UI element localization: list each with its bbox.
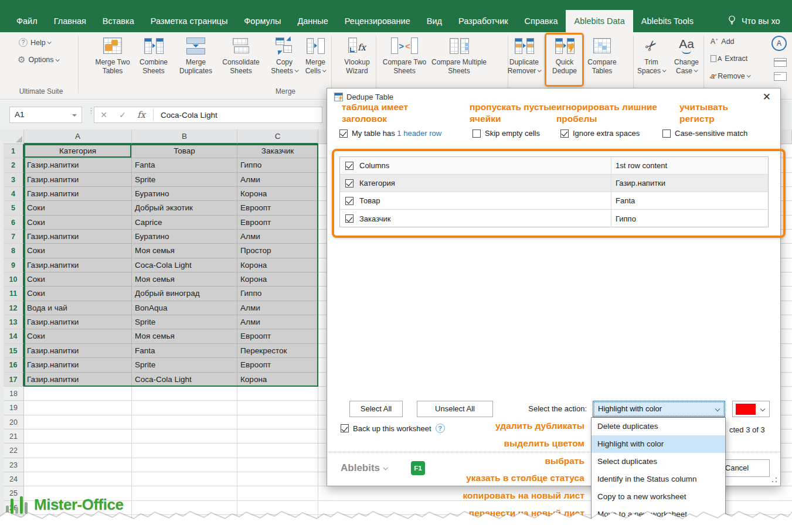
cell-col-b[interactable]	[132, 515, 237, 529]
cell-col-a[interactable]	[24, 472, 132, 486]
cancel-entry-icon[interactable]: ✕	[94, 110, 113, 120]
row-header[interactable]: 9	[4, 258, 24, 272]
cell-col-b[interactable]	[132, 458, 237, 472]
row-header[interactable]: 3	[4, 173, 24, 187]
cell-col-a[interactable]: Газир.напитки	[24, 315, 132, 329]
row-header[interactable]: 18	[4, 387, 24, 401]
cell-col-b[interactable]	[132, 401, 237, 415]
cell-col-a[interactable]: Соки	[24, 272, 132, 287]
compare-tables-button[interactable]: Compare Tables	[583, 35, 621, 75]
columns-table-row[interactable]: Категория Газир.напитки	[340, 175, 768, 192]
ribbon-tab[interactable]: Ablebits Tools	[633, 10, 702, 32]
card-list-icon[interactable]	[774, 72, 787, 81]
cell-col-a[interactable]: Соки	[24, 201, 132, 215]
cell-col-c[interactable]	[237, 415, 318, 429]
cell-col-b[interactable]: Добрый экзотик	[132, 201, 237, 215]
cell-col-b[interactable]: Fanta	[132, 344, 237, 358]
ribbon-tab[interactable]: Разметка страницы	[142, 10, 236, 32]
select-all-button[interactable]: Select All	[349, 401, 403, 417]
cell-col-b[interactable]: Моя семья	[132, 244, 237, 258]
cell-col-a[interactable]: Соки	[24, 329, 132, 343]
cell-col-a[interactable]	[24, 458, 132, 472]
menu-item[interactable]: Copy to a new worksheet	[592, 488, 725, 506]
columns-table-row[interactable]: Товар Fanta	[340, 192, 768, 210]
cell-col-b[interactable]	[132, 501, 237, 515]
help-circle-icon[interactable]: ?	[436, 424, 445, 433]
cell-col-b[interactable]: Caprice	[132, 216, 237, 230]
cell-col-b[interactable]	[132, 444, 237, 458]
row-header[interactable]: 15	[4, 344, 24, 358]
cell-col-c[interactable]	[237, 515, 318, 529]
confirm-entry-icon[interactable]: ✓	[113, 110, 132, 120]
cell-col-a[interactable]: Газир.напитки	[24, 358, 132, 372]
duplicate-remover-button[interactable]: Duplicate Remover	[502, 35, 546, 75]
cell-col-c[interactable]: Алми	[237, 315, 318, 329]
cell-col-a[interactable]: Газир.напитки	[24, 187, 132, 201]
ablebits-menu[interactable]: Ablebits	[341, 462, 387, 474]
help-button[interactable]: ? Help	[19, 38, 50, 47]
add-button[interactable]: A⁺ Add	[711, 37, 735, 46]
my-table-has-header-checkbox[interactable]: My table has 1 header row	[339, 129, 441, 138]
action-select[interactable]: Highlight with color	[593, 401, 725, 417]
cell-col-b[interactable]: Coca-Cola Light	[132, 258, 237, 272]
column-checkbox[interactable]	[345, 214, 353, 223]
list-options-icon[interactable]	[774, 58, 787, 67]
cell-col-c[interactable]: Евроопт	[237, 358, 318, 372]
row-header[interactable]: 6	[4, 216, 24, 230]
row-header[interactable]: 2	[4, 158, 24, 172]
cell-col-c[interactable]: Перекресток	[237, 344, 318, 358]
cell-col-b[interactable]: Буратино	[132, 230, 237, 244]
cell-col-a[interactable]: Газир.напитки	[24, 158, 132, 172]
extract-button[interactable]: A Extract	[711, 54, 747, 63]
trim-spaces-button[interactable]: ✂ Trim Spaces	[633, 35, 669, 75]
cell-col-c[interactable]	[237, 429, 318, 444]
row-header[interactable]: 14	[4, 329, 24, 343]
column-checkbox[interactable]	[345, 179, 353, 187]
row-header[interactable]: 4	[4, 187, 24, 201]
cell-col-c[interactable]	[237, 501, 318, 515]
menu-item[interactable]: Delete duplicates	[592, 418, 725, 435]
copy-sheets-button[interactable]: Copy Sheets	[268, 35, 301, 75]
row-header[interactable]: 8	[4, 244, 24, 258]
cell-col-b[interactable]: Моя семья	[132, 272, 237, 287]
cell-col-c[interactable]	[237, 401, 318, 415]
column-header[interactable]: B	[132, 129, 237, 144]
cell-col-c[interactable]: Гиппо	[237, 158, 318, 172]
select-all-corner[interactable]	[4, 129, 24, 144]
case-sensitive-checkbox[interactable]: Case-sensitive match	[662, 129, 747, 138]
cell-col-a[interactable]: Соки	[24, 287, 132, 301]
skip-empty-cells-checkbox[interactable]: Skip empty cells	[473, 129, 540, 138]
menu-item[interactable]: Highlight with color	[592, 435, 725, 453]
consolidate-sheets-button[interactable]: Consolidate Sheets	[217, 35, 264, 75]
color-picker[interactable]	[732, 401, 770, 417]
menu-item[interactable]: Identify in the Status column	[592, 470, 725, 488]
ribbon-tab[interactable]: Файл	[8, 10, 46, 32]
cell-col-a[interactable]	[24, 429, 132, 444]
column-checkbox[interactable]	[345, 197, 353, 205]
combine-sheets-button[interactable]: Combine Sheets	[135, 35, 172, 75]
ribbon-tab[interactable]: Рецензирование	[336, 10, 419, 32]
backup-worksheet-checkbox[interactable]: Back up this worksheet ?	[341, 424, 445, 433]
cell-col-b[interactable]: Fanta	[132, 158, 237, 172]
cell-col-c[interactable]	[237, 444, 318, 458]
ribbon-tab[interactable]: Формулы	[236, 10, 289, 32]
ignore-extra-spaces-checkbox[interactable]: Ignore extra spaces	[560, 129, 640, 138]
row-header[interactable]: 20	[4, 415, 24, 429]
cell-col-c[interactable]: Простор	[237, 244, 318, 258]
row-header[interactable]: 17	[4, 373, 24, 387]
cell-col-a[interactable]	[24, 515, 132, 529]
row-header[interactable]: 10	[4, 272, 24, 287]
column-header[interactable]: C	[237, 129, 318, 144]
formula-bar-handle[interactable]: ⋮	[87, 109, 89, 121]
close-icon[interactable]: ✕	[763, 92, 771, 102]
header-row-link[interactable]: 1 header row	[397, 129, 441, 138]
menu-item[interactable]: Move to a new worksheet	[592, 506, 725, 523]
cell-col-c[interactable]	[237, 387, 318, 401]
f1-help-badge[interactable]: F1	[411, 461, 425, 475]
columns-table-row[interactable]: Заказчик Гиппо	[340, 210, 768, 227]
cell-col-c[interactable]: Алми	[237, 301, 318, 315]
cell-col-c[interactable]: Корона	[237, 187, 318, 201]
cell-col-c[interactable]: Гиппо	[237, 287, 318, 301]
cell-col-c[interactable]: Евроопт	[237, 216, 318, 230]
cell-col-b[interactable]: Товар	[132, 144, 237, 158]
